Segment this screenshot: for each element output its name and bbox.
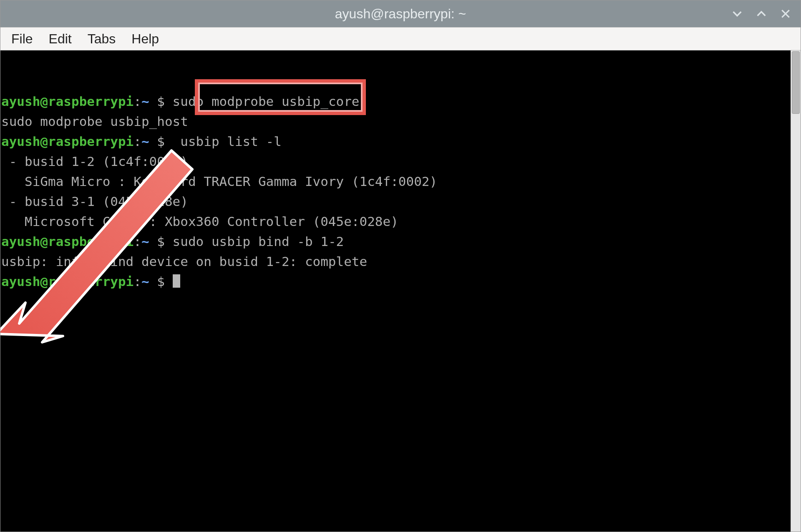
menu-tabs[interactable]: Tabs	[82, 30, 122, 48]
chevron-up-icon	[756, 8, 767, 20]
terminal[interactable]: ayush@raspberrypi:~ $ sudo modprobe usbi…	[0, 50, 791, 532]
terminal-wrap: ayush@raspberrypi:~ $ sudo modprobe usbi…	[0, 50, 801, 532]
terminal-line: sudo modprobe usbip_host	[1, 111, 790, 131]
menu-file[interactable]: File	[5, 30, 39, 48]
terminal-window: ayush@raspberrypi: ~ File Edit Tabs Help…	[0, 0, 801, 532]
terminal-line: Microsoft Corp. : Xbox360 Controller (04…	[1, 211, 790, 231]
minimize-button[interactable]	[730, 6, 745, 21]
terminal-line: usbip: info: bind device on busid 1-2: c…	[1, 251, 790, 271]
menu-help[interactable]: Help	[126, 30, 165, 48]
terminal-line: ayush@raspberrypi:~ $	[1, 271, 790, 291]
chevron-down-icon	[731, 8, 743, 20]
window-controls	[730, 0, 793, 27]
menubar: File Edit Tabs Help	[0, 27, 801, 50]
terminal-line: - busid 3-1 (045e:028e)	[1, 191, 790, 211]
terminal-line: ayush@raspberrypi:~ $ sudo modprobe usbi…	[1, 91, 790, 111]
scrollbar-thumb[interactable]	[792, 51, 800, 114]
terminal-line: SiGma Micro : Keyboard TRACER Gamma Ivor…	[1, 171, 790, 191]
titlebar: ayush@raspberrypi: ~	[0, 0, 801, 27]
maximize-button[interactable]	[754, 6, 769, 21]
close-button[interactable]	[778, 6, 793, 21]
terminal-line: ayush@raspberrypi:~ $ usbip list -l	[1, 131, 790, 151]
terminal-line: - busid 1-2 (1c4f:0002)	[1, 151, 790, 171]
terminal-line: ayush@raspberrypi:~ $ sudo usbip bind -b…	[1, 231, 790, 251]
close-icon	[780, 8, 791, 19]
scrollbar[interactable]	[791, 50, 801, 532]
cursor	[173, 274, 180, 288]
window-title: ayush@raspberrypi: ~	[335, 6, 466, 22]
menu-edit[interactable]: Edit	[43, 30, 78, 48]
